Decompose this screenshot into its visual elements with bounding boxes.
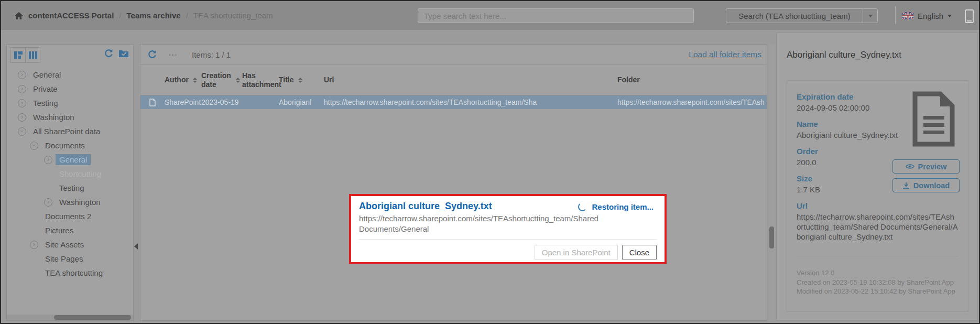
spinner-icon <box>578 202 587 211</box>
tree-item-testing[interactable]: ›Testing <box>7 96 133 110</box>
item-row[interactable]: SharePoint2023-05-19Aborigianlhttps://te… <box>140 95 767 109</box>
tree-item-documents[interactable]: ›Documents <box>7 138 133 153</box>
collapse-icon[interactable]: › <box>18 127 26 136</box>
column-view-icon <box>29 51 37 59</box>
column-header-url: Url <box>324 75 617 84</box>
version-info: Version 12.0 <box>797 268 959 278</box>
details-title: Aborigianl culture_Sydney.txt <box>787 50 901 60</box>
expand-icon[interactable]: › <box>44 198 52 207</box>
tree-item-tea-shortcutting[interactable]: TEA shortcutting <box>7 266 133 280</box>
tree-item-label: Testing <box>29 98 62 109</box>
search-button[interactable]: Search (TEA shortuctting_team) <box>726 8 863 23</box>
column-header-author[interactable]: Author <box>165 75 201 84</box>
sidebar-collapse-handle[interactable] <box>134 243 138 250</box>
tree-item-all-sharepoint-data[interactable]: ›All SharePoint data <box>7 124 133 138</box>
field-value-size: 1.7 KB <box>797 185 908 195</box>
header-divider <box>895 6 896 24</box>
close-button[interactable]: Close <box>622 245 657 260</box>
preview-button[interactable]: Preview <box>892 159 960 174</box>
dialog-title[interactable]: Aborigianl culture_Sydney.txt <box>359 201 492 212</box>
column-header-creation-date[interactable]: Creation date <box>201 71 242 89</box>
search-input[interactable] <box>418 8 694 23</box>
expand-icon[interactable]: › <box>18 113 26 122</box>
refresh-icon <box>147 50 157 59</box>
sort-icon <box>236 78 240 83</box>
more-options-button[interactable]: ⋯ <box>165 50 180 60</box>
home-icon <box>15 12 23 19</box>
list-refresh-button[interactable] <box>147 50 157 59</box>
dialog-divider <box>359 239 657 240</box>
field-value-expiration-date: 2024-09-05 02:00:00 <box>797 103 908 113</box>
breadcrumb-separator: / <box>119 11 121 20</box>
breadcrumb-teams-archive[interactable]: Teams archive <box>127 11 181 20</box>
tree-item-documents-2[interactable]: Documents 2 <box>7 209 133 223</box>
tree-item-label: Washington <box>29 112 78 123</box>
expand-icon[interactable]: › <box>18 85 26 93</box>
column-header-label: Title <box>279 75 294 84</box>
tree-item-general[interactable]: ›General <box>7 153 133 167</box>
restore-dialog: Aborigianl culture_Sydney.txt Restoring … <box>349 194 667 264</box>
expand-icon[interactable]: › <box>44 156 52 164</box>
tree-view-button[interactable] <box>11 48 25 62</box>
load-all-folder-items-link[interactable]: Load all folder items <box>689 50 761 59</box>
tree-item-label: TEA shortcutting <box>41 267 106 278</box>
items-count: Items: 1 / 1 <box>192 50 231 59</box>
tree-item-label: Site Pages <box>41 253 87 264</box>
language-label: English <box>918 12 943 20</box>
list-vscrollbar[interactable] <box>768 44 775 321</box>
collapse-icon[interactable]: › <box>30 142 38 150</box>
ellipsis-icon: ⋯ <box>168 50 177 60</box>
eye-icon <box>906 164 914 169</box>
language-selector[interactable]: English <box>902 8 952 23</box>
download-icon <box>902 182 910 189</box>
field-label-order: Order <box>797 147 908 156</box>
download-button[interactable]: Download <box>892 178 960 192</box>
field-label-expiration-date: Expiration date <box>797 92 908 101</box>
expand-icon[interactable]: › <box>18 99 26 107</box>
field-label-name: Name <box>797 120 908 128</box>
tree-item-washington[interactable]: ›Washington <box>7 110 133 124</box>
tree-item-pictures[interactable]: Pictures <box>7 223 133 237</box>
tree-item-site-assets[interactable]: ›Site Assets <box>7 237 133 252</box>
list-panel: ⋯ Items: 1 / 1 Load all folder items Aut… <box>140 44 767 321</box>
tree-item-private[interactable]: ›Private <box>7 82 133 96</box>
column-view-button[interactable] <box>25 48 40 62</box>
cell-author: SharePoint <box>165 98 201 106</box>
column-header-label: Has attachment <box>242 71 281 89</box>
tree-item-label: Documents <box>41 140 89 151</box>
tree-item-label: Private <box>29 83 61 94</box>
sidebar-folder-button[interactable] <box>118 49 129 58</box>
tree-item-label: All SharePoint data <box>29 126 104 137</box>
column-header-folder: Folder <box>617 75 767 84</box>
expand-icon[interactable]: › <box>30 241 38 249</box>
tree-item-testing[interactable]: Testing <box>7 181 133 195</box>
field-name: NameAborigianl culture_Sydney.txt <box>797 120 908 140</box>
sort-icon <box>193 78 197 83</box>
tree-view-icon <box>14 51 23 59</box>
mobile-view-icon[interactable] <box>965 9 974 23</box>
sidebar-hscrollbar[interactable] <box>7 315 133 320</box>
sidebar-panel: ›General›Private›Testing›Washington›All … <box>6 44 134 321</box>
tree-item-washington[interactable]: ›Washington <box>7 195 133 209</box>
field-value-order: 200.0 <box>797 157 908 167</box>
tree-item-site-pages[interactable]: Site Pages <box>7 252 133 266</box>
tree-item-label: Shortcutting <box>56 168 105 179</box>
scrollbar-thumb[interactable] <box>54 315 131 320</box>
top-header: contentACCESS Portal / Teams archive / T… <box>1 1 979 30</box>
tree-item-label: General <box>56 154 91 165</box>
breadcrumb-root[interactable]: contentACCESS Portal <box>28 11 114 20</box>
search-options-button[interactable] <box>863 8 878 23</box>
tree-item-shortcutting[interactable]: Shortcutting <box>7 167 133 181</box>
tree-item-general[interactable]: ›General <box>7 68 133 82</box>
column-header-title[interactable]: Title <box>279 75 324 84</box>
folder-check-icon <box>118 49 129 58</box>
details-panel: Aborigianl culture_Sydney.txt Preview <box>776 33 978 321</box>
caret-down-icon <box>948 15 952 17</box>
sidebar-refresh-button[interactable] <box>104 49 114 58</box>
expand-icon[interactable]: › <box>18 71 26 79</box>
tree-item-label: Testing <box>56 182 88 193</box>
restore-status: Restoring item... <box>578 201 657 211</box>
scrollbar-thumb[interactable] <box>769 226 774 249</box>
tree-item-label: General <box>29 69 64 80</box>
details-actions: Preview Download <box>892 159 960 192</box>
